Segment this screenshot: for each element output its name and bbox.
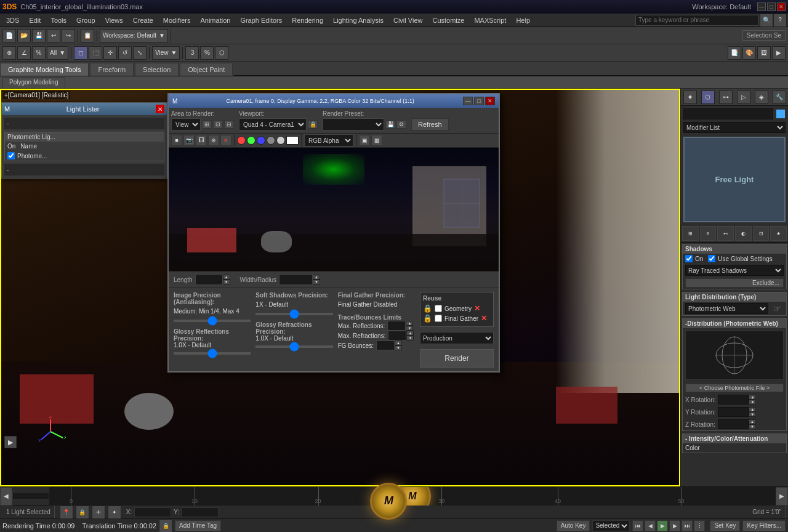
render-restore[interactable]: □ bbox=[474, 97, 484, 105]
prop-tab-4[interactable]: ◐ bbox=[735, 226, 752, 241]
menu-tools[interactable]: Tools bbox=[46, 15, 71, 25]
lock-viewport-btn[interactable]: 🔒 bbox=[308, 120, 318, 129]
menu-maxscript[interactable]: MAXScript bbox=[469, 15, 511, 25]
hierarchy-icon[interactable]: ⊶ bbox=[719, 91, 733, 104]
x-rotation-input[interactable]: 0.0 bbox=[718, 395, 749, 405]
color-dot-green[interactable] bbox=[247, 136, 255, 145]
color-dot-white[interactable] bbox=[276, 136, 285, 145]
select-region-btn[interactable]: ⬚ bbox=[89, 46, 102, 60]
light-lister-close[interactable]: ✕ bbox=[156, 105, 164, 113]
area-icon2[interactable]: ⊡ bbox=[213, 120, 223, 129]
menu-animation[interactable]: Animation bbox=[195, 15, 235, 25]
minimize-btn[interactable]: — bbox=[757, 2, 766, 11]
close-btn[interactable]: ✕ bbox=[777, 2, 786, 11]
fg-bounces-down[interactable]: ▼ bbox=[395, 345, 402, 350]
production-dropdown[interactable]: Production bbox=[420, 332, 494, 344]
x-rot-down[interactable]: ▼ bbox=[749, 400, 756, 405]
render-tb-btn4[interactable]: ⊕ bbox=[208, 135, 219, 146]
width-input[interactable]: 0'5 4/8" bbox=[279, 274, 313, 285]
rotate-btn[interactable]: ↺ bbox=[118, 46, 132, 60]
render-tb-btn5[interactable]: ✕ bbox=[220, 135, 231, 146]
prop-tab-3[interactable]: ⊷ bbox=[717, 226, 734, 241]
timeline-counter[interactable]: 0 / 59 bbox=[12, 492, 49, 500]
status-icon1[interactable]: 📍 bbox=[60, 506, 73, 519]
menu-create[interactable]: Create bbox=[128, 15, 158, 25]
render-tb-btn2[interactable]: 📷 bbox=[183, 135, 195, 146]
choose-file-btn[interactable]: < Choose Photometric File > bbox=[685, 384, 784, 392]
x-rot-up[interactable]: ▲ bbox=[749, 395, 756, 400]
utilities-icon[interactable]: 🔧 bbox=[773, 91, 786, 104]
status-icon4[interactable]: ✦ bbox=[108, 506, 121, 519]
shadow-type-dropdown[interactable]: Ray Traced Shadows bbox=[685, 265, 784, 276]
light-dist-dropdown[interactable]: Photometric Web bbox=[685, 303, 768, 314]
help-icon[interactable]: ? bbox=[773, 14, 787, 27]
subtab-polygon-modeling[interactable]: Polygon Modeling bbox=[2, 77, 65, 88]
menu-graph-editors[interactable]: Graph Editors bbox=[235, 15, 287, 25]
color-dot-gray[interactable] bbox=[267, 136, 275, 145]
percent-btn[interactable]: % bbox=[200, 46, 214, 60]
max-refr-down[interactable]: ▼ bbox=[406, 336, 414, 341]
max-refl-up[interactable]: ▲ bbox=[406, 321, 413, 326]
undo-btn[interactable]: ↩ bbox=[47, 29, 60, 42]
length-down[interactable]: ▼ bbox=[223, 280, 230, 284]
scene-explorer-btn[interactable]: 📋 bbox=[81, 29, 94, 42]
menu-group[interactable]: Group bbox=[71, 15, 100, 25]
tab-freeform[interactable]: Freeform bbox=[90, 63, 134, 76]
prop-tab-6[interactable]: ★ bbox=[770, 226, 787, 241]
playback-play-btn[interactable]: ▶ bbox=[657, 520, 668, 531]
prop-tab-5[interactable]: ⊡ bbox=[753, 226, 770, 241]
area-dropdown[interactable]: View bbox=[171, 118, 201, 131]
snap-toggle[interactable]: ⊕ bbox=[2, 46, 16, 60]
percent-snap[interactable]: % bbox=[32, 46, 46, 60]
exclude-btn[interactable]: Exclude... bbox=[685, 278, 784, 288]
y-rot-down[interactable]: ▼ bbox=[749, 412, 756, 417]
menu-customize[interactable]: Customize bbox=[427, 15, 469, 25]
playback-end-btn[interactable]: ⏭ bbox=[681, 520, 693, 531]
refresh-btn[interactable]: Refresh bbox=[411, 118, 449, 131]
render-close[interactable]: ✕ bbox=[485, 97, 495, 105]
viewport[interactable]: +[Camera01] [Realistic] M Light Lister ✕… bbox=[0, 89, 680, 486]
open-file-btn[interactable]: 📂 bbox=[17, 29, 31, 42]
search-input[interactable] bbox=[635, 15, 758, 26]
material-btn[interactable]: 🎨 bbox=[742, 46, 756, 60]
modifier-list-dropdown[interactable]: Modifier List bbox=[683, 122, 786, 133]
named-sel-btn[interactable]: ⬡ bbox=[215, 46, 228, 60]
render-preset-dropdown[interactable] bbox=[323, 118, 384, 131]
max-refr-up[interactable]: ▲ bbox=[406, 331, 414, 336]
shadows-on-checkbox[interactable] bbox=[685, 255, 693, 262]
final-gather-x[interactable]: ✕ bbox=[481, 314, 487, 323]
z-rot-down[interactable]: ▼ bbox=[749, 424, 756, 429]
key-filters-btn[interactable]: Key Filters... bbox=[742, 520, 786, 531]
y-coord-input[interactable] bbox=[182, 507, 219, 517]
length-input[interactable]: 40' bbox=[195, 274, 223, 285]
z-rot-up[interactable]: ▲ bbox=[749, 419, 756, 424]
z-rotation-input[interactable]: 0.0 bbox=[718, 419, 749, 429]
playback-start-btn[interactable]: ⏮ bbox=[632, 520, 643, 531]
soft-shadows-slider[interactable] bbox=[255, 313, 332, 315]
menu-views[interactable]: Views bbox=[100, 15, 128, 25]
load-preset-btn[interactable]: ⚙ bbox=[396, 120, 406, 129]
color-dot-red[interactable] bbox=[237, 136, 246, 145]
create-icon[interactable]: ✦ bbox=[683, 91, 697, 104]
playback-more-btn[interactable]: ⋮ bbox=[694, 520, 705, 531]
menu-edit[interactable]: Edit bbox=[24, 15, 46, 25]
object-color-swatch[interactable] bbox=[776, 109, 786, 119]
modify-icon[interactable]: ⬡ bbox=[701, 91, 715, 104]
y-rot-up[interactable]: ▲ bbox=[749, 407, 756, 412]
max-refl-down[interactable]: ▼ bbox=[406, 326, 413, 331]
object-name-input[interactable]: PhotometricLight002 bbox=[683, 108, 773, 119]
redo-btn[interactable]: ↪ bbox=[62, 29, 75, 42]
tab-graphite[interactable]: Graphite Modeling Tools bbox=[0, 63, 89, 76]
glossy-refr-slider[interactable] bbox=[255, 345, 332, 348]
quick-render-btn[interactable]: ▶ bbox=[772, 46, 786, 60]
light-lister-titlebar[interactable]: M Light Lister ✕ bbox=[2, 103, 167, 115]
render-tb-btn1[interactable]: ■ bbox=[171, 135, 182, 146]
area-icon1[interactable]: ⊞ bbox=[202, 120, 212, 129]
menu-civil-view[interactable]: Civil View bbox=[388, 15, 427, 25]
render-tb-btn3[interactable]: 🎞 bbox=[196, 135, 207, 146]
viewport-dropdown[interactable]: Quad 4 - Camera1 bbox=[239, 118, 307, 131]
glossy-refl-slider[interactable] bbox=[174, 352, 251, 355]
new-file-btn[interactable]: 📄 bbox=[2, 29, 16, 42]
y-rotation-input[interactable]: 0.0 bbox=[718, 407, 749, 417]
timeline-next[interactable]: ▶ bbox=[776, 487, 788, 506]
